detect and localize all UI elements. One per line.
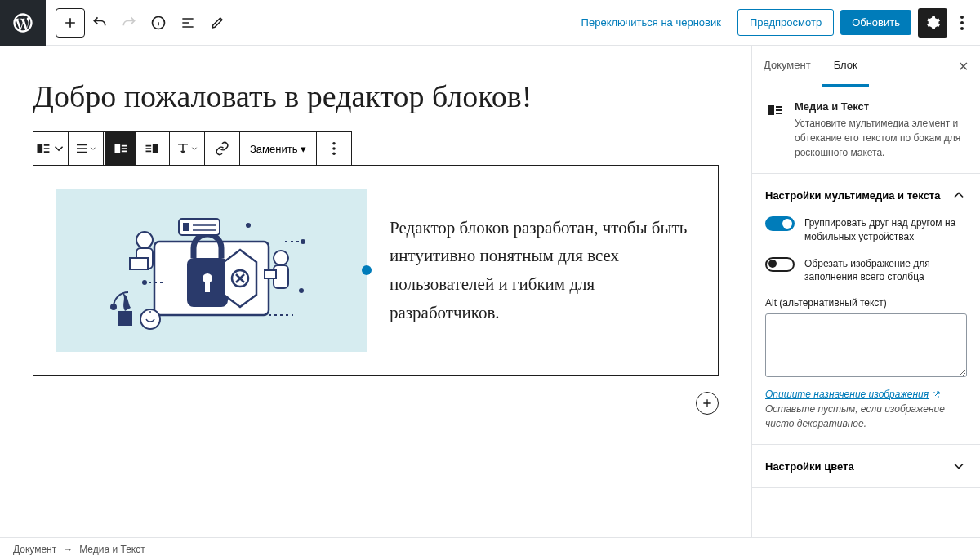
redo-button[interactable] bbox=[114, 8, 144, 38]
svg-point-21 bbox=[110, 304, 117, 310]
svg-rect-22 bbox=[118, 311, 132, 326]
stack-on-mobile-toggle[interactable] bbox=[765, 216, 795, 231]
block-paragraph[interactable]: Редактор блоков разработан, чтобы быть и… bbox=[390, 214, 695, 327]
breadcrumb-root[interactable]: Документ bbox=[13, 544, 56, 555]
close-sidebar-button[interactable]: ✕ bbox=[947, 59, 980, 74]
svg-rect-30 bbox=[768, 105, 774, 115]
sidebar: Документ Блок ✕ Медиа и Текст Установите… bbox=[751, 46, 980, 537]
svg-point-27 bbox=[299, 288, 304, 293]
tab-block[interactable]: Блок bbox=[822, 46, 869, 87]
media-settings-panel: Настройки мультимедиа и текста Группиров… bbox=[752, 174, 980, 445]
svg-rect-25 bbox=[183, 223, 189, 231]
crop-image-toggle[interactable] bbox=[765, 257, 795, 272]
vertical-align-button[interactable] bbox=[172, 132, 203, 165]
svg-point-18 bbox=[274, 251, 288, 265]
tab-document[interactable]: Документ bbox=[752, 46, 822, 87]
add-block-after-button[interactable] bbox=[696, 392, 719, 415]
more-menu-button[interactable] bbox=[951, 16, 973, 30]
svg-point-15 bbox=[136, 232, 153, 248]
info-button[interactable] bbox=[144, 8, 173, 38]
align-button[interactable] bbox=[70, 132, 101, 165]
svg-point-7 bbox=[332, 142, 336, 145]
undo-button[interactable] bbox=[85, 8, 114, 38]
preview-button[interactable]: Предпросмотр bbox=[737, 9, 834, 36]
block-info-section: Медиа и Текст Установите мультимедиа эле… bbox=[752, 87, 980, 174]
svg-point-9 bbox=[332, 152, 336, 155]
svg-point-2 bbox=[960, 21, 964, 24]
color-settings-panel: Настройки цвета bbox=[752, 445, 980, 488]
wordpress-logo[interactable] bbox=[0, 0, 46, 46]
edit-button[interactable] bbox=[203, 8, 232, 38]
switch-to-draft-link[interactable]: Переключиться на черновик bbox=[572, 10, 731, 35]
svg-point-29 bbox=[301, 239, 305, 244]
media-text-icon bbox=[765, 100, 785, 120]
editor-canvas: Добро пожаловать в редактор блоков! Заме… bbox=[0, 46, 751, 537]
breadcrumb-current[interactable]: Медиа и Текст bbox=[79, 544, 145, 555]
alt-help-link[interactable]: Опишите назначение изображения bbox=[765, 389, 929, 400]
breadcrumb-separator: → bbox=[63, 544, 73, 555]
svg-point-28 bbox=[142, 280, 147, 285]
sidebar-tabs: Документ Блок ✕ bbox=[752, 46, 980, 87]
svg-rect-4 bbox=[37, 144, 42, 153]
media-settings-toggle[interactable]: Настройки мультимедиа и текста bbox=[765, 187, 967, 203]
breadcrumb: Документ → Медиа и Текст bbox=[0, 537, 980, 560]
block-more-button[interactable] bbox=[318, 132, 350, 165]
alt-text-input[interactable] bbox=[765, 313, 967, 377]
block-title: Медиа и Текст bbox=[795, 100, 967, 113]
svg-rect-6 bbox=[153, 144, 158, 153]
stack-on-mobile-label: Группировать друг над другом на мобильны… bbox=[804, 216, 967, 244]
replace-button[interactable]: Заменить ▾ bbox=[242, 132, 314, 165]
svg-point-8 bbox=[332, 147, 336, 150]
alt-text-label: Alt (альтернативный текст) bbox=[765, 297, 967, 309]
svg-rect-13 bbox=[205, 281, 210, 292]
svg-rect-5 bbox=[115, 144, 121, 153]
post-title[interactable]: Добро пожаловать в редактор блоков! bbox=[33, 78, 719, 114]
svg-rect-20 bbox=[265, 270, 276, 278]
svg-point-1 bbox=[960, 16, 964, 19]
media-image[interactable] bbox=[56, 189, 367, 352]
block-description: Установите мультимедиа элемент и обтекан… bbox=[795, 116, 967, 160]
svg-point-26 bbox=[246, 223, 251, 228]
block-type-button[interactable] bbox=[35, 132, 66, 165]
media-text-block[interactable]: Редактор блоков разработан, чтобы быть и… bbox=[33, 165, 719, 376]
outline-button[interactable] bbox=[173, 8, 203, 38]
top-toolbar: Переключиться на черновик Предпросмотр О… bbox=[0, 0, 980, 46]
svg-point-3 bbox=[960, 27, 964, 30]
block-toolbar: Заменить ▾ bbox=[33, 131, 352, 166]
crop-image-label: Обрезать изображение для заполнения всег… bbox=[804, 257, 967, 285]
settings-button[interactable] bbox=[918, 8, 947, 38]
link-button[interactable] bbox=[207, 132, 238, 165]
alt-help-text: Опишите назначение изображения Оставьте … bbox=[765, 387, 967, 431]
media-right-button[interactable] bbox=[136, 132, 167, 165]
external-link-icon bbox=[931, 390, 941, 400]
svg-rect-17 bbox=[130, 258, 148, 269]
publish-button[interactable]: Обновить bbox=[840, 10, 911, 35]
add-block-button[interactable] bbox=[56, 8, 85, 38]
color-settings-toggle[interactable]: Настройки цвета bbox=[765, 458, 967, 474]
media-left-button[interactable] bbox=[105, 132, 136, 165]
resize-handle[interactable] bbox=[362, 265, 372, 275]
